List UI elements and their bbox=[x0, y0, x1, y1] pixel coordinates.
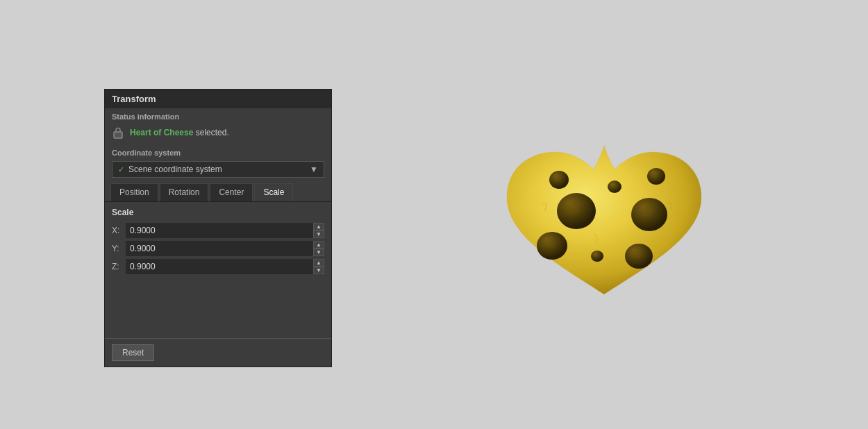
scale-title: Scale bbox=[112, 208, 324, 217]
y-value-input[interactable] bbox=[126, 241, 324, 256]
z-input-row: Z: ▲ ▼ bbox=[112, 259, 324, 274]
coord-section-label: Coordinate system bbox=[105, 144, 331, 160]
x-decrement-button[interactable]: ▼ bbox=[313, 230, 324, 238]
panel-title: Transform bbox=[105, 90, 331, 108]
status-section-label: Status information bbox=[105, 108, 331, 124]
y-input-container: ▲ ▼ bbox=[126, 241, 324, 256]
bottom-area: Reset bbox=[105, 338, 331, 367]
coord-system-dropdown[interactable]: ✓ Scene coordinate system ▼ bbox=[112, 161, 324, 178]
coord-dropdown-inner: ✓ Scene coordinate system bbox=[118, 165, 222, 174]
x-input-row: X: ▲ ▼ bbox=[112, 223, 324, 238]
lock-icon bbox=[112, 126, 124, 139]
svg-point-10 bbox=[554, 176, 561, 182]
cheese-object bbox=[486, 96, 722, 333]
status-row: Heart of Cheese selected. bbox=[105, 124, 331, 144]
z-decrement-button[interactable]: ▼ bbox=[313, 267, 324, 274]
tab-position[interactable]: Position bbox=[110, 183, 158, 201]
z-increment-button[interactable]: ▲ bbox=[313, 259, 324, 267]
coord-check-icon: ✓ bbox=[118, 165, 124, 174]
x-input-container: ▲ ▼ bbox=[126, 223, 324, 238]
x-spinner: ▲ ▼ bbox=[313, 223, 324, 238]
tab-rotation[interactable]: Rotation bbox=[160, 183, 209, 201]
empty-space bbox=[112, 277, 324, 333]
y-spinner: ▲ ▼ bbox=[313, 241, 324, 256]
z-spinner: ▲ ▼ bbox=[313, 259, 324, 274]
svg-point-4 bbox=[640, 206, 653, 217]
svg-rect-0 bbox=[114, 132, 122, 138]
z-value-input[interactable] bbox=[126, 259, 324, 274]
svg-point-2 bbox=[567, 202, 581, 214]
z-input-container: ▲ ▼ bbox=[126, 259, 324, 274]
tab-scale[interactable]: Scale bbox=[254, 183, 293, 201]
svg-point-13 bbox=[608, 180, 621, 193]
x-increment-button[interactable]: ▲ bbox=[313, 223, 324, 230]
status-text: Heart of Cheese selected. bbox=[130, 128, 229, 137]
y-input-row: Y: ▲ ▼ bbox=[112, 241, 324, 256]
x-value-input[interactable] bbox=[126, 223, 324, 238]
x-axis-label: X: bbox=[112, 226, 126, 235]
transform-panel: Transform Status information Heart of Ch… bbox=[104, 89, 332, 367]
chevron-down-icon: ▼ bbox=[310, 165, 318, 174]
y-increment-button[interactable]: ▲ bbox=[313, 241, 324, 249]
status-suffix: selected. bbox=[193, 128, 228, 137]
y-axis-label: Y: bbox=[112, 244, 126, 253]
svg-point-8 bbox=[632, 250, 642, 258]
viewport bbox=[340, 0, 868, 429]
tab-bar: Position Rotation Center Scale bbox=[105, 183, 331, 202]
z-axis-label: Z: bbox=[112, 262, 126, 271]
tab-center[interactable]: Center bbox=[210, 183, 253, 201]
y-decrement-button[interactable]: ▼ bbox=[313, 249, 324, 256]
coord-value: Scene coordinate system bbox=[128, 165, 222, 174]
svg-point-12 bbox=[651, 172, 658, 178]
scale-content: Scale X: ▲ ▼ Y: ▲ ▼ Z: bbox=[105, 202, 331, 338]
svg-point-6 bbox=[544, 239, 556, 249]
reset-button[interactable]: Reset bbox=[112, 344, 154, 361]
object-name: Heart of Cheese bbox=[130, 128, 193, 137]
svg-point-14 bbox=[591, 251, 603, 262]
